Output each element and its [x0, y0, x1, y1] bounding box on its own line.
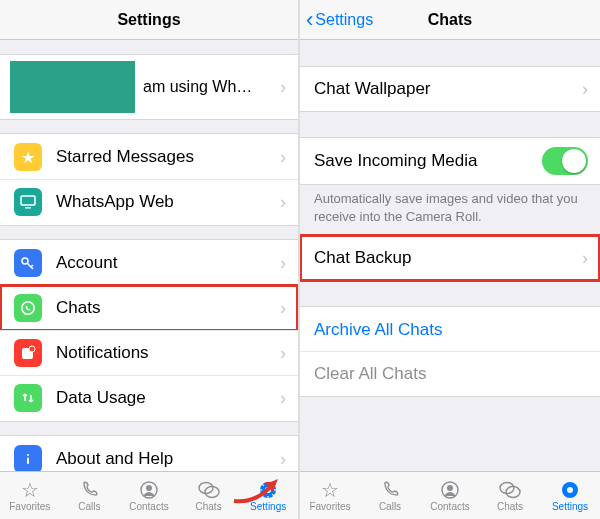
settings-pane: Settings am using Wh… › ★ Starred Messag…	[0, 0, 300, 519]
chevron-right-icon: ›	[280, 344, 286, 362]
avatar	[10, 61, 135, 113]
row-label: Notifications	[56, 343, 280, 363]
contact-icon	[139, 480, 159, 500]
navbar-title: Chats	[428, 11, 472, 29]
row-clear-all[interactable]: Clear All Chats	[300, 351, 600, 397]
navbar: ‹ Settings Chats	[300, 0, 600, 40]
svg-point-5	[29, 346, 35, 352]
chevron-right-icon: ›	[280, 254, 286, 272]
chevron-right-icon: ›	[582, 80, 588, 98]
tab-calls[interactable]: Calls	[60, 472, 120, 519]
row-starred-messages[interactable]: ★ Starred Messages ›	[0, 133, 298, 180]
svg-point-24	[447, 485, 453, 491]
tab-favorites[interactable]: ☆ Favorites	[300, 472, 360, 519]
row-about-help[interactable]: About and Help ›	[0, 435, 298, 471]
gear-icon	[258, 480, 278, 500]
row-chat-backup[interactable]: Chat Backup ›	[300, 235, 600, 281]
tab-bar: ☆ Favorites Calls Contacts Chats	[300, 471, 600, 519]
chats-icon	[198, 480, 220, 500]
row-label: WhatsApp Web	[56, 192, 280, 212]
chevron-right-icon: ›	[280, 450, 286, 468]
chats-settings-pane: ‹ Settings Chats Chat Wallpaper › Save I…	[300, 0, 600, 519]
star-outline-icon: ☆	[21, 480, 39, 500]
settings-list[interactable]: am using Wh… › ★ Starred Messages › What…	[0, 40, 298, 471]
tab-favorites[interactable]: ☆ Favorites	[0, 472, 60, 519]
svg-point-9	[146, 485, 152, 491]
svg-point-10	[199, 482, 213, 493]
tab-calls[interactable]: Calls	[360, 472, 420, 519]
svg-point-28	[567, 487, 573, 493]
row-account[interactable]: Account ›	[0, 239, 298, 286]
tab-contacts[interactable]: Contacts	[119, 472, 179, 519]
svg-rect-0	[21, 196, 35, 205]
profile-row[interactable]: am using Wh… ›	[0, 54, 298, 120]
whatsapp-icon	[14, 294, 42, 322]
chevron-right-icon: ›	[280, 148, 286, 166]
tab-settings[interactable]: Settings	[540, 472, 600, 519]
row-label: Clear All Chats	[314, 364, 588, 384]
desktop-icon	[14, 188, 42, 216]
chats-settings-list[interactable]: Chat Wallpaper › Save Incoming Media Aut…	[300, 40, 600, 471]
tab-contacts[interactable]: Contacts	[420, 472, 480, 519]
row-chat-wallpaper[interactable]: Chat Wallpaper ›	[300, 66, 600, 112]
svg-rect-7	[27, 458, 29, 465]
row-data-usage[interactable]: Data Usage ›	[0, 375, 298, 422]
row-archive-all[interactable]: Archive All Chats	[300, 306, 600, 352]
tab-chats[interactable]: Chats	[179, 472, 239, 519]
chevron-left-icon: ‹	[306, 9, 313, 31]
row-label: Starred Messages	[56, 147, 280, 167]
row-whatsapp-web[interactable]: WhatsApp Web ›	[0, 179, 298, 226]
row-label: Account	[56, 253, 280, 273]
row-label: About and Help	[56, 449, 280, 469]
contact-icon	[440, 480, 460, 500]
tab-settings[interactable]: Settings	[238, 472, 298, 519]
profile-status: am using Wh…	[143, 78, 280, 96]
row-label: Chats	[56, 298, 280, 318]
save-media-footnote: Automatically save images and video that…	[300, 184, 600, 235]
tab-bar: ☆ Favorites Calls Contacts Chats	[0, 471, 298, 519]
key-icon	[14, 249, 42, 277]
toggle-save-media[interactable]	[542, 147, 588, 175]
gear-icon	[560, 480, 580, 500]
chevron-right-icon: ›	[280, 299, 286, 317]
navbar-title: Settings	[117, 11, 180, 29]
back-label: Settings	[315, 11, 373, 29]
svg-point-11	[205, 486, 219, 497]
star-icon: ★	[14, 143, 42, 171]
navbar: Settings	[0, 0, 298, 40]
row-label: Save Incoming Media	[314, 151, 542, 171]
row-chats[interactable]: Chats ›	[0, 285, 298, 331]
row-label: Data Usage	[56, 388, 280, 408]
app-badge-icon	[14, 339, 42, 367]
svg-point-25	[500, 482, 514, 493]
data-arrows-icon	[14, 384, 42, 412]
row-notifications[interactable]: Notifications ›	[0, 330, 298, 376]
row-label: Chat Wallpaper	[314, 79, 582, 99]
chevron-right-icon: ›	[280, 78, 286, 96]
chats-icon	[499, 480, 521, 500]
star-outline-icon: ☆	[321, 480, 339, 500]
svg-rect-1	[25, 207, 31, 209]
svg-point-3	[22, 302, 34, 314]
phone-icon	[380, 480, 400, 500]
svg-point-26	[506, 486, 520, 497]
chevron-right-icon: ›	[280, 389, 286, 407]
svg-point-13	[265, 487, 271, 493]
row-save-incoming-media[interactable]: Save Incoming Media	[300, 137, 600, 185]
phone-icon	[79, 480, 99, 500]
chevron-right-icon: ›	[280, 193, 286, 211]
tab-chats[interactable]: Chats	[480, 472, 540, 519]
row-label: Chat Backup	[314, 248, 582, 268]
row-label: Archive All Chats	[314, 320, 588, 340]
chevron-right-icon: ›	[582, 249, 588, 267]
svg-rect-6	[27, 454, 29, 456]
info-icon	[14, 445, 42, 471]
back-button[interactable]: ‹ Settings	[306, 0, 373, 39]
